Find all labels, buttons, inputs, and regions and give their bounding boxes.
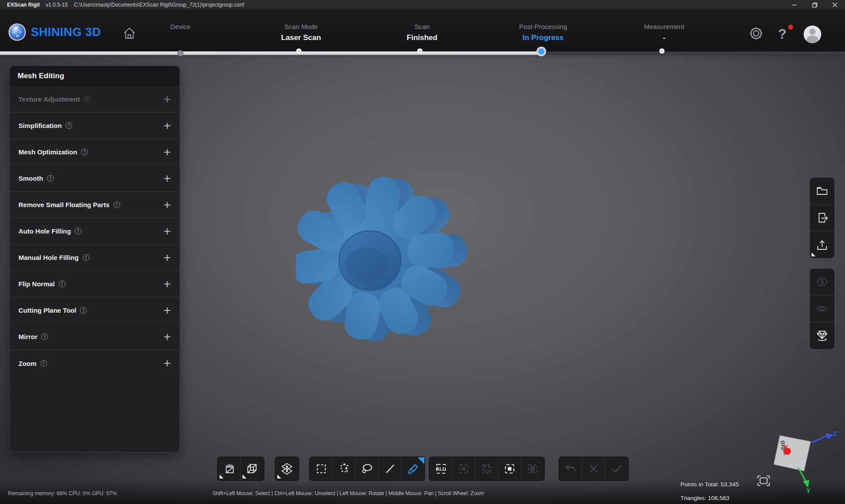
expand-icon[interactable] (164, 94, 171, 105)
expand-icon[interactable] (164, 200, 171, 210)
info-icon[interactable] (40, 360, 47, 367)
panel-item-texture-adjustment[interactable]: Texture Adjustment (10, 86, 180, 113)
step-status (128, 33, 233, 42)
info-icon[interactable] (75, 228, 81, 234)
points-total: Points in Total: 53,345 (680, 478, 739, 491)
select-all-button[interactable]: ALL (430, 457, 452, 480)
expand-icon[interactable] (164, 147, 171, 157)
info-icon[interactable] (66, 122, 72, 129)
info-icon[interactable] (47, 175, 54, 182)
info-icon[interactable] (83, 254, 89, 261)
restore-icon (812, 2, 818, 8)
info-icon[interactable] (41, 333, 48, 340)
display-layers-button[interactable] (276, 457, 298, 480)
dropdown-corner-marker (242, 475, 246, 478)
step-post-processing[interactable]: Post-Processing In Progress (490, 23, 596, 42)
share-upload-button[interactable] (810, 231, 834, 258)
item-label: Manual Hole Filling (18, 254, 79, 261)
expand-icon[interactable] (164, 279, 171, 289)
fit-view-button[interactable] (757, 475, 770, 486)
folder-icon (816, 184, 829, 197)
panel-item-mesh-optimization[interactable]: Mesh Optimization (10, 139, 180, 165)
export-data-button[interactable] (810, 205, 834, 231)
orientation-gizmo[interactable]: Right X Z Y (770, 430, 845, 496)
expand-icon[interactable] (164, 252, 171, 263)
mesh-stats: Points in Total: 53,345 Triangles: 106,5… (680, 478, 739, 504)
confirm-button[interactable] (605, 457, 628, 480)
brush-select-button[interactable] (401, 457, 424, 480)
expand-icon[interactable] (164, 305, 171, 316)
step-measurement[interactable]: Measurement - (611, 23, 717, 42)
select-through-button[interactable] (241, 457, 264, 480)
info-icon[interactable] (59, 281, 66, 287)
item-label: Cutting Plane Tool (18, 307, 76, 314)
close-button[interactable] (825, 0, 845, 10)
panel-item-mirror[interactable]: Mirror (10, 324, 180, 350)
select-connected-button[interactable] (498, 457, 521, 480)
step-scan-mode[interactable]: Scan Mode Laser Scan (248, 23, 354, 42)
triangles-total: Triangles: 106,563 (680, 491, 739, 504)
help-button[interactable]: ? (778, 26, 790, 43)
step-scan[interactable]: Scan Finished (369, 23, 475, 42)
upload-icon (816, 238, 829, 252)
info-icon[interactable] (80, 307, 87, 314)
invert-selection-button[interactable] (475, 457, 498, 480)
step-label: Post-Processing (490, 23, 596, 30)
expand-icon[interactable] (164, 332, 171, 342)
undo-button[interactable] (559, 457, 582, 480)
step-label: Scan Mode (248, 23, 354, 30)
info-icon[interactable] (81, 149, 88, 155)
gem-rotate-icon (815, 329, 829, 343)
item-label: Simplification (18, 122, 62, 129)
unselect-all-button[interactable] (452, 457, 475, 480)
step-device[interactable]: Device (128, 23, 233, 42)
axis-x-origin-dot (784, 448, 791, 455)
dropdown-corner-marker (812, 252, 816, 256)
cube-icon (245, 462, 259, 476)
visibility-toggle-button[interactable] (810, 296, 834, 322)
rectangle-select-button[interactable] (310, 457, 333, 480)
progress-dot-post-processing (536, 47, 546, 56)
panel-item-auto-hole-filling[interactable]: Auto Hole Filling (10, 218, 180, 245)
header: SHINING 3D Device Scan Mode Laser Scan S… (0, 10, 845, 51)
info-icon[interactable] (84, 96, 90, 102)
item-label: Flip Normal (18, 280, 55, 288)
fit-view-icon (757, 475, 770, 486)
polygon-select-button[interactable] (333, 457, 356, 480)
panel-item-remove-small-floating-parts[interactable]: Remove Small Floating Parts (10, 192, 180, 218)
model-gear-mesh[interactable] (296, 165, 472, 350)
layer-display-group (274, 456, 300, 482)
panel-item-simplification[interactable]: Simplification (10, 113, 180, 139)
minimize-button[interactable] (784, 0, 805, 10)
user-avatar[interactable] (804, 26, 821, 43)
selection-actions-group: ALL (428, 456, 545, 482)
info-icon[interactable] (114, 201, 120, 208)
notification-dot (788, 25, 793, 29)
panel-item-manual-hole-filling[interactable]: Manual Hole Filling (10, 245, 180, 271)
cancel-button[interactable] (582, 457, 605, 480)
select-visible-button[interactable] (218, 457, 241, 480)
panel-item-smooth[interactable]: Smooth (10, 165, 180, 192)
panel-item-cutting-plane-tool[interactable]: Cutting Plane Tool (10, 297, 180, 324)
line-select-button[interactable] (378, 457, 401, 480)
progress-dot-device (177, 50, 184, 56)
render-mode-button[interactable] (810, 322, 834, 349)
settings-button[interactable] (748, 26, 764, 43)
step-status: In Progress (490, 33, 596, 42)
dropdown-corner-marker (277, 475, 281, 478)
expand-icon[interactable] (164, 173, 171, 184)
panel-item-flip-normal[interactable]: Flip Normal (10, 271, 180, 297)
expand-icon[interactable] (164, 121, 171, 131)
delete-selected-button[interactable] (521, 457, 544, 480)
dropdown-corner-marker (220, 475, 224, 478)
selection-tools-group (309, 456, 426, 482)
restore-button[interactable] (805, 0, 825, 10)
open-project-button[interactable] (810, 178, 834, 205)
expand-icon[interactable] (164, 226, 171, 237)
wireframe-toggle-button[interactable] (810, 269, 834, 296)
project-toolbar (809, 177, 835, 259)
lasso-select-button[interactable] (356, 457, 378, 480)
panel-item-zoom[interactable]: Zoom (10, 350, 180, 376)
mesh-editing-panel: Mesh Editing Texture Adjustment Simplifi… (10, 66, 180, 452)
expand-icon[interactable] (164, 358, 171, 369)
